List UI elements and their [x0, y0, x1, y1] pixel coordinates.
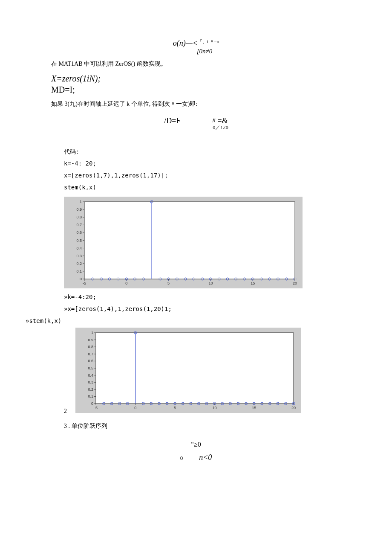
svg-text:0.5: 0.5: [88, 366, 93, 370]
list-number-2: 2: [64, 408, 67, 415]
formula-2-left: /D=F: [164, 116, 180, 125]
formula-2: /D=F 〃=& 0／1≠0: [26, 116, 366, 126]
svg-text:0: 0: [80, 277, 82, 281]
svg-text:0.9: 0.9: [88, 337, 93, 342]
svg-text:15: 15: [251, 281, 255, 285]
paragraph-2: 如果 3(九)在时间轴上延迟了 k 个单位, 得到次〃一女)即:: [51, 100, 366, 108]
svg-text:1: 1: [80, 200, 82, 204]
formula-1-bottom: [0n≠0: [43, 48, 366, 55]
heading-3: 3 . 单位阶跃序列: [64, 422, 366, 430]
svg-text:-5: -5: [94, 406, 98, 410]
svg-text:0.7: 0.7: [76, 223, 82, 227]
formula-1: o(n)—<「、i 〃=o [0n≠0: [26, 38, 366, 55]
formula-3-top: "≥0: [26, 439, 366, 451]
cmd-line-3: »stem(k,x): [26, 317, 366, 324]
svg-text:1: 1: [91, 331, 93, 335]
svg-text:0.3: 0.3: [76, 253, 82, 258]
stem-chart-2-svg: 00.10.20.30.40.50.60.70.80.91-505101520: [75, 328, 301, 413]
svg-text:5: 5: [167, 281, 170, 285]
formula-1-left: o(n)—<: [173, 39, 198, 47]
svg-text:0.4: 0.4: [88, 373, 93, 377]
formula-2-sub: 0／1≠0: [202, 124, 240, 131]
formula-2-right: 〃=&: [210, 116, 228, 125]
svg-text:0.3: 0.3: [88, 380, 93, 384]
svg-rect-0: [84, 202, 295, 279]
svg-text:-5: -5: [83, 281, 86, 285]
code-label: 代码:: [64, 145, 366, 157]
svg-text:0.6: 0.6: [88, 359, 93, 363]
cmd-line-2: »x=[zeros(1,4),1,zeros(1,20)1;: [64, 305, 366, 312]
code-italic-line-1: X=zeros(1iN);: [51, 73, 366, 84]
svg-text:0: 0: [134, 406, 136, 410]
svg-text:20: 20: [291, 406, 296, 410]
chart-2-row: 2 00.10.20.30.40.50.60.70.80.91-50510152…: [26, 326, 366, 415]
svg-text:0.9: 0.9: [76, 207, 82, 212]
svg-text:20: 20: [293, 281, 297, 285]
svg-text:0.7: 0.7: [88, 352, 93, 356]
svg-text:0.4: 0.4: [76, 246, 82, 250]
svg-text:0: 0: [91, 401, 93, 406]
svg-text:0.2: 0.2: [88, 387, 93, 391]
svg-text:5: 5: [174, 406, 176, 410]
svg-text:0.5: 0.5: [76, 238, 82, 242]
code-line-3: stem(k,x): [64, 181, 366, 193]
svg-rect-62: [96, 333, 294, 404]
stem-chart-1: 00.10.20.30.40.50.60.70.80.91-505101520: [64, 197, 303, 288]
code-italic-block: X=zeros(1iN); MD=I;: [51, 73, 366, 95]
cmd-line-1: »k=-4:20;: [64, 293, 366, 300]
svg-text:0.1: 0.1: [88, 394, 93, 398]
formula-3-bottom-left: 0: [180, 455, 183, 461]
formula-1-sup: 「、i 〃=o: [198, 39, 219, 44]
svg-text:0.8: 0.8: [88, 345, 93, 349]
svg-text:10: 10: [212, 406, 216, 410]
stem-chart-2: 00.10.20.30.40.50.60.70.80.91-505101520: [75, 328, 301, 413]
code-italic-line-2: MD=I;: [51, 84, 366, 95]
svg-text:0.6: 0.6: [76, 230, 82, 235]
code-line-1: k=-4: 20;: [64, 157, 366, 169]
svg-text:0.8: 0.8: [76, 215, 82, 219]
svg-text:0: 0: [125, 281, 127, 285]
svg-text:10: 10: [208, 281, 213, 285]
paragraph-1: 在 MAT1AB 中可以利用 ZerOS() 函数实现。: [51, 60, 366, 68]
svg-text:0.2: 0.2: [76, 261, 82, 265]
formula-3: "≥0 0 n<0: [26, 439, 366, 465]
document-page: o(n)—<「、i 〃=o [0n≠0 在 MAT1AB 中可以利用 ZerOS…: [0, 0, 392, 499]
code-block-1: 代码: k=-4: 20; x=[zeros(1,7),1,zeros(1,17…: [64, 145, 366, 193]
stem-chart-1-svg: 00.10.20.30.40.50.60.70.80.91-505101520: [64, 197, 303, 288]
svg-text:15: 15: [252, 406, 256, 410]
formula-3-bottom-right: n<0: [199, 453, 212, 462]
svg-text:0.1: 0.1: [76, 269, 82, 273]
code-line-2: x=[zeros(1,7),1,zeros(1,17)];: [64, 169, 366, 181]
